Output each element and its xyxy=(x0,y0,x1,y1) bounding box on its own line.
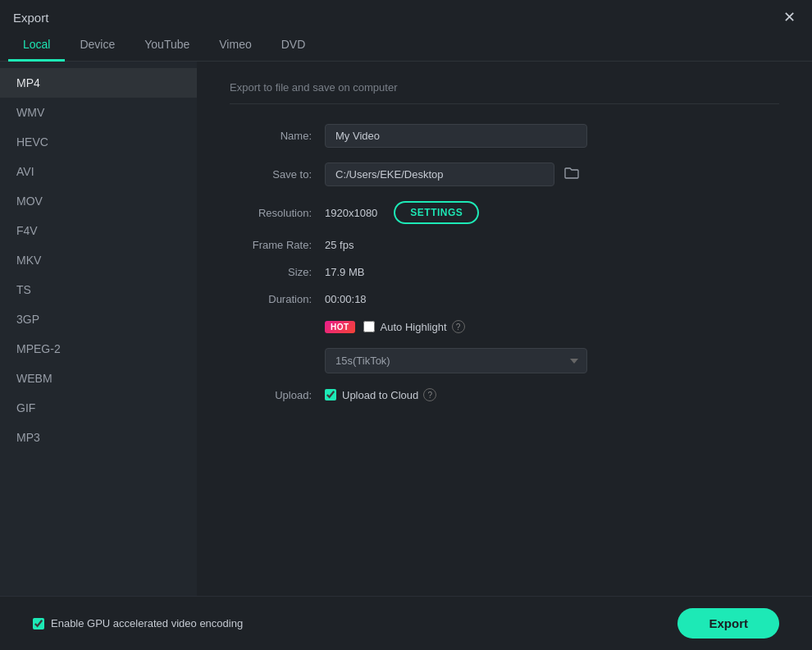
auto-highlight-text: Auto Highlight xyxy=(381,321,447,333)
gpu-acceleration-label[interactable]: Enable GPU accelerated video encoding xyxy=(33,617,243,629)
hot-badge: HOT xyxy=(325,321,355,333)
export-button[interactable]: Export xyxy=(677,608,779,639)
sidebar-item-mp3[interactable]: MP3 xyxy=(0,423,197,452)
resolution-value: 1920x1080 xyxy=(325,207,377,219)
sidebar-item-mov[interactable]: MOV xyxy=(0,186,197,216)
format-sidebar: MP4 WMV HEVC AVI MOV F4V MKV TS 3GP MPEG… xyxy=(0,62,197,596)
upload-help-icon[interactable]: ? xyxy=(423,388,436,401)
upload-label: Upload: xyxy=(230,389,312,401)
sidebar-item-wmv[interactable]: WMV xyxy=(0,98,197,127)
resolution-value-group: 1920x1080 SETTINGS xyxy=(325,201,479,224)
resolution-row: Resolution: 1920x1080 SETTINGS xyxy=(230,201,779,224)
sidebar-item-avi[interactable]: AVI xyxy=(0,157,197,186)
sidebar-item-f4v[interactable]: F4V xyxy=(0,216,197,245)
save-to-field-group xyxy=(325,162,582,186)
size-row: Size: 17.9 MB xyxy=(230,266,779,278)
tab-device[interactable]: Device xyxy=(65,31,130,62)
export-panel: Export to file and save on computer Name… xyxy=(197,62,812,596)
sidebar-item-mkv[interactable]: MKV xyxy=(0,245,197,275)
tab-local[interactable]: Local xyxy=(8,31,65,62)
folder-icon xyxy=(564,167,579,180)
panel-description: Export to file and save on computer xyxy=(230,81,779,104)
frame-rate-value: 25 fps xyxy=(325,239,354,251)
title-bar: Export ✕ xyxy=(0,0,812,31)
footer-bar: Enable GPU accelerated video encoding Ex… xyxy=(0,596,812,650)
tab-youtube[interactable]: YouTube xyxy=(130,31,204,62)
main-content: MP4 WMV HEVC AVI MOV F4V MKV TS 3GP MPEG… xyxy=(0,62,812,596)
settings-button[interactable]: SETTINGS xyxy=(394,201,479,224)
duration-value: 00:00:18 xyxy=(325,293,367,305)
save-to-row: Save to: xyxy=(230,162,779,186)
sidebar-item-gif[interactable]: GIF xyxy=(0,393,197,423)
frame-rate-row: Frame Rate: 25 fps xyxy=(230,239,779,251)
auto-highlight-group: HOT Auto Highlight ? xyxy=(325,320,465,333)
auto-highlight-checkbox[interactable] xyxy=(363,321,375,332)
save-to-input[interactable] xyxy=(325,162,554,186)
sidebar-item-webm[interactable]: WEBM xyxy=(0,364,197,393)
highlight-dropdown-row: 15s(TikTok) 30s 60s xyxy=(230,348,779,373)
sidebar-item-ts[interactable]: TS xyxy=(0,275,197,304)
tab-dvd[interactable]: DVD xyxy=(267,31,321,62)
upload-group: Upload to Cloud ? xyxy=(325,388,436,401)
sidebar-item-mp4[interactable]: MP4 xyxy=(0,68,197,98)
browse-folder-button[interactable] xyxy=(561,163,582,186)
tabs-bar: Local Device YouTube Vimeo DVD xyxy=(0,31,812,62)
name-label: Name: xyxy=(230,130,312,142)
frame-rate-label: Frame Rate: xyxy=(230,239,312,251)
gpu-acceleration-checkbox[interactable] xyxy=(33,618,44,629)
auto-highlight-row: HOT Auto Highlight ? xyxy=(230,320,779,333)
auto-highlight-help-icon[interactable]: ? xyxy=(452,320,465,333)
upload-to-cloud-checkbox[interactable] xyxy=(325,389,336,401)
duration-row: Duration: 00:00:18 xyxy=(230,293,779,305)
name-row: Name: xyxy=(230,124,779,148)
auto-highlight-checkbox-label[interactable]: Auto Highlight xyxy=(363,321,447,333)
upload-row: Upload: Upload to Cloud ? xyxy=(230,388,779,401)
upload-to-cloud-text: Upload to Cloud xyxy=(342,389,418,401)
dialog-title: Export xyxy=(13,11,48,25)
duration-label: Duration: xyxy=(230,293,312,305)
upload-checkbox-label[interactable]: Upload to Cloud xyxy=(325,389,418,401)
highlight-duration-select[interactable]: 15s(TikTok) 30s 60s xyxy=(325,348,587,373)
sidebar-item-mpeg2[interactable]: MPEG-2 xyxy=(0,334,197,364)
name-input[interactable] xyxy=(325,124,587,148)
tab-vimeo[interactable]: Vimeo xyxy=(204,31,266,62)
size-label: Size: xyxy=(230,266,312,278)
sidebar-item-3gp[interactable]: 3GP xyxy=(0,304,197,334)
close-button[interactable]: ✕ xyxy=(780,8,799,26)
size-value: 17.9 MB xyxy=(325,266,364,278)
save-to-label: Save to: xyxy=(230,168,312,181)
sidebar-item-hevc[interactable]: HEVC xyxy=(0,127,197,157)
gpu-acceleration-text: Enable GPU accelerated video encoding xyxy=(51,617,243,629)
resolution-label: Resolution: xyxy=(230,207,312,219)
